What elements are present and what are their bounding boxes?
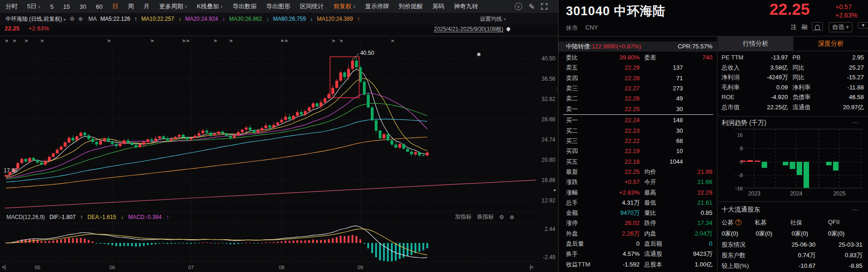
add-watchlist-button[interactable]: 自选 + <box>829 22 852 32</box>
stat-row: 盘后量0盘后额0 <box>559 239 717 249</box>
svg-text:2023: 2023 <box>748 190 761 197</box>
fundamental-row: 总市值22.25亿流通值20.97亿 <box>718 102 868 112</box>
convertible-bond-row[interactable]: 中陆转债:122.9990(+0.87%) CPR:75.57% <box>559 41 717 52</box>
svg-text:16: 16 <box>737 132 743 138</box>
order-book-row: 买五22.181044 <box>559 157 717 167</box>
indicator-bar: 中环海陆 (日线,前复权)▸ ⚙ ⊗ MA MA5:22.126↑MA10:22… <box>0 13 558 25</box>
indicator-value: MA30:26.862 <box>229 16 262 22</box>
stat-row: 外盘2.26万内盘2.04万 <box>559 229 717 239</box>
drawing-brush-icon[interactable]: ✎ <box>529 2 535 11</box>
stat-row: 涨停26.02跌停17.34 <box>559 218 717 228</box>
svg-text:09: 09 <box>357 265 363 270</box>
stock-title: 301040 中环海陆 <box>566 3 666 19</box>
svg-text:⚑: ⚑ <box>229 39 233 44</box>
indicator-value: MA20:24.924 <box>185 16 218 22</box>
macd-indicator-bar: MACD(12,26,9)DIF:-1.807↑DEA:-1.615↓MACD:… <box>0 212 558 222</box>
indicator-value: ↑ <box>134 16 137 22</box>
ma-settings-gear-icon[interactable]: ⚙ <box>70 16 75 22</box>
note-flag[interactable]: 注 <box>791 23 797 31</box>
holders-more-button[interactable]: ... <box>852 204 859 212</box>
svg-text:12.92: 12.92 <box>542 197 555 204</box>
svg-text:-8: -8 <box>738 172 743 178</box>
chart-series-title[interactable]: 中环海陆 (日线,前复权)▸ <box>6 15 66 23</box>
order-book-row: 卖二22.2649 <box>559 94 717 104</box>
toolbar-item[interactable]: K线叠加∨ <box>197 2 223 11</box>
chart-toolbar: 分时5日∨5153060日周月更多周期∨K线叠加∨导出数据导出图形区间统计前复权… <box>0 0 558 13</box>
scroll-right-button[interactable]: |» <box>530 264 533 270</box>
tab-active[interactable]: 深度分析 <box>793 36 868 51</box>
toolbar-item[interactable]: 显示停牌 <box>365 2 389 11</box>
currency-label: CNY <box>585 24 598 31</box>
add-indicator-button[interactable]: 加指标 <box>455 213 472 221</box>
pin-icon[interactable] <box>506 26 511 31</box>
order-book-row: 买二22.2330 <box>559 126 717 136</box>
scroll-left-button[interactable]: «| <box>2 264 6 270</box>
toolbar-item[interactable]: 区间统计 <box>300 2 324 11</box>
indicator-value: MA120:24.389 <box>317 16 353 22</box>
svg-text:⚑: ⚑ <box>339 39 344 44</box>
holder-row: 较上期(%)-10.67-8.85 <box>718 261 868 271</box>
svg-text:⚑: ⚑ <box>284 39 288 44</box>
toolbar-item[interactable]: 更多周期∨ <box>159 2 187 11</box>
indicator-gear-icon[interactable]: ⚙ <box>499 214 504 220</box>
toolbar-item[interactable]: 分时 <box>6 2 17 11</box>
svg-text:40.50: 40.50 <box>542 55 555 62</box>
toolbar-item[interactable]: 5 <box>50 3 53 10</box>
price-change-pct: +2.63% <box>835 12 857 19</box>
svg-text:✱: ✱ <box>477 52 481 57</box>
collapse-toolbar-icon[interactable]: ∨ <box>515 3 522 10</box>
margin-flag[interactable]: 融 <box>802 23 808 31</box>
toolbar-item[interactable]: 15 <box>63 3 70 10</box>
fullscreen-icon[interactable] <box>541 3 548 10</box>
alert-bell-button[interactable] <box>812 22 823 31</box>
svg-text:07: 07 <box>188 265 194 270</box>
svg-text:16.86: 16.86 <box>542 177 555 183</box>
indicator-value: MA5:22.126 <box>100 16 130 22</box>
holder-col-value: 0家(0) <box>756 230 772 238</box>
profit-trend-chart: 1680-8-16202320242025 <box>718 128 868 197</box>
panel-collapse-icon[interactable]: ▸ <box>554 187 556 192</box>
toolbar-item[interactable]: 到价提醒 <box>399 2 423 11</box>
switch-indicator-button[interactable]: 换指标 <box>477 213 494 221</box>
toolbar-item[interactable]: 周 <box>128 2 134 11</box>
watchlist-dropdown-button[interactable]: ▼ <box>858 22 868 29</box>
indicator-value: ↓ <box>310 16 313 22</box>
help-icon[interactable]: ? <box>735 219 741 225</box>
toolbar-item[interactable]: 日 <box>112 2 118 11</box>
candlestick-chart[interactable]: 40.5036.5632.6228.6824.7420.8016.8612.92… <box>0 0 558 272</box>
cpr-value: CPR:75.57% <box>678 41 712 52</box>
svg-text:28.68: 28.68 <box>542 116 555 123</box>
svg-text:2.44: 2.44 <box>545 226 556 232</box>
toolbar-item[interactable]: 导出图形 <box>266 2 290 11</box>
fundamental-row: 毛利率0.09净利率-11.88 <box>718 83 868 92</box>
chevron-down-icon: ∨ <box>503 17 506 21</box>
toolbar-item[interactable]: 导出数据 <box>233 2 256 11</box>
toolbar-item[interactable]: 前复权∨ <box>333 2 355 11</box>
ma-settings-button[interactable]: 设置均线∨ <box>480 15 506 23</box>
divider <box>718 116 868 117</box>
stat-row: 换手4.57%流通股9423万 <box>559 249 717 259</box>
weibi-row: 委比 39.80% 委差 740 <box>559 53 717 63</box>
indicator-value: ↓ <box>178 16 181 22</box>
ma-close-icon[interactable]: ⊗ <box>78 16 83 22</box>
toolbar-item[interactable]: 30 <box>80 3 86 10</box>
indicator-value: MA10:22.257 <box>141 16 174 22</box>
toolbar-item[interactable]: 神奇九转 <box>454 2 478 11</box>
profit-more-button[interactable]: ... <box>852 117 859 124</box>
profit-trend-title: 利润趋势 (千万) <box>722 119 766 127</box>
toolbar-item[interactable]: 筹码 <box>432 2 444 11</box>
divider <box>718 201 868 202</box>
svg-text:⚑: ⚑ <box>150 39 154 44</box>
toolbar-item[interactable]: 月 <box>144 2 150 11</box>
price-readout-bar: 22.25 +2.63% 2025/4/21-2025/9/30(108根) <box>0 25 558 35</box>
last-price: 22.25 <box>769 0 810 18</box>
indicator-value: ↓ <box>121 214 123 220</box>
analysis-tabs: 行情分析深度分析 <box>718 36 868 51</box>
visible-range-link[interactable]: 2025/4/21-2025/9/30(108根) <box>434 25 510 33</box>
toolbar-item[interactable]: 5日∨ <box>27 2 41 11</box>
toolbar-item[interactable]: 60 <box>96 3 102 10</box>
indicator-close-icon[interactable]: ⊗ <box>510 214 514 220</box>
stat-row: 金额9470万量比0.85 <box>559 208 717 218</box>
tab-inactive[interactable]: 行情分析 <box>718 36 793 51</box>
order-book-row: 卖四22.2871 <box>559 73 717 83</box>
